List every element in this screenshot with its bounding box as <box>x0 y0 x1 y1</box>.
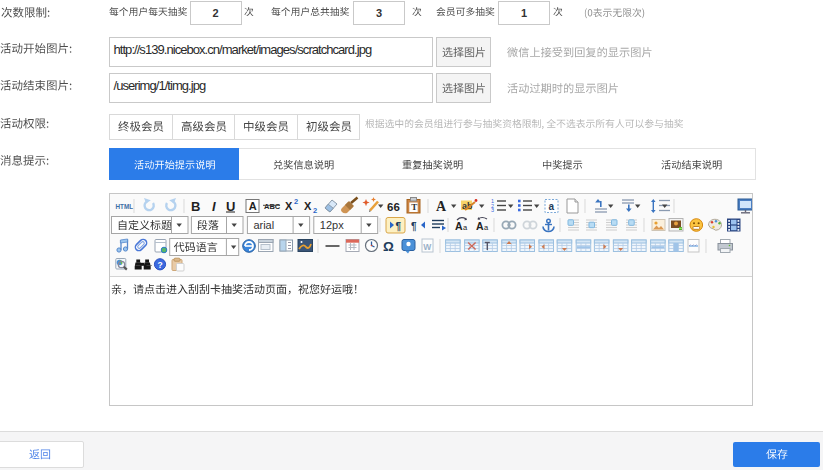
svg-text:a: a <box>549 201 555 212</box>
svg-text:A: A <box>476 220 484 232</box>
svg-text:2: 2 <box>313 206 317 215</box>
svg-text:Ω: Ω <box>383 239 394 254</box>
svg-text:W: W <box>423 242 432 252</box>
svg-text:A: A <box>455 220 463 232</box>
svg-text:U: U <box>226 199 235 214</box>
svg-text:X: X <box>285 200 293 212</box>
svg-text:66: 66 <box>387 201 400 213</box>
svg-text:2: 2 <box>294 197 298 206</box>
svg-text:a: a <box>484 223 489 232</box>
svg-text:¶: ¶ <box>411 221 417 232</box>
svg-text:12px: 12px <box>320 219 344 231</box>
svg-text:arial: arial <box>253 219 274 231</box>
svg-text:HTML: HTML <box>116 203 134 210</box>
svg-text:I: I <box>212 199 216 214</box>
svg-text:¶: ¶ <box>396 221 402 232</box>
svg-text:B: B <box>191 199 200 214</box>
svg-text:X: X <box>304 200 312 212</box>
svg-text:A: A <box>249 200 257 212</box>
svg-text:a: a <box>463 223 468 232</box>
svg-text:T: T <box>411 202 417 212</box>
svg-text:3: 3 <box>491 207 494 213</box>
svg-text:A: A <box>436 199 447 214</box>
svg-text:?: ? <box>158 260 163 270</box>
svg-text:ABC: ABC <box>264 202 281 211</box>
